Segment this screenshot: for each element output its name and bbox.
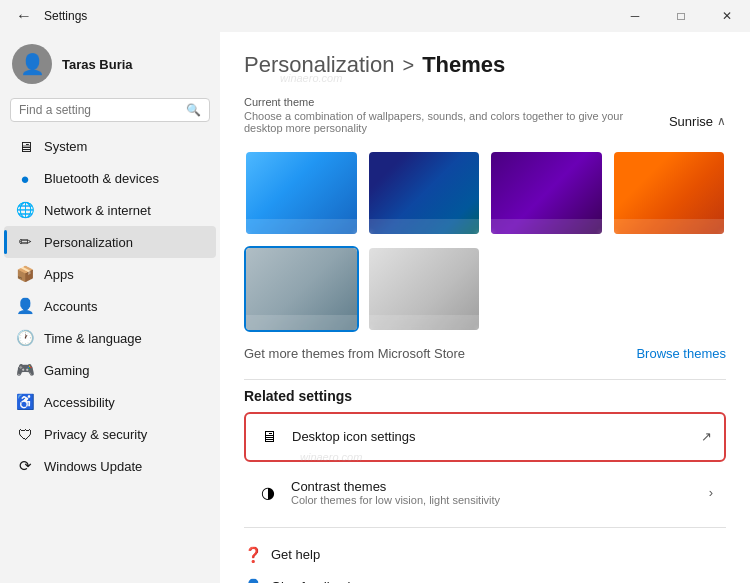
- chevron-right-icon: ›: [709, 485, 713, 500]
- theme-image-1: [246, 152, 357, 234]
- user-name: Taras Buria: [62, 57, 133, 72]
- taskbar-bar: [369, 315, 480, 330]
- feedback-icon: 👤: [244, 578, 263, 583]
- contrast-icon: ◑: [257, 481, 279, 503]
- taskbar-bar: [246, 315, 357, 330]
- sidebar-item-label: Gaming: [44, 363, 90, 378]
- themes-grid-row2: [244, 246, 726, 332]
- avatar: 👤: [12, 44, 52, 84]
- apps-icon: 📦: [16, 265, 34, 283]
- personalization-icon: ✏: [16, 233, 34, 251]
- divider-1: [244, 379, 726, 380]
- maximize-button[interactable]: □: [658, 0, 704, 32]
- chevron-up-icon: ∧: [717, 114, 726, 128]
- get-help-link[interactable]: ❓ Get help: [244, 542, 726, 568]
- theme-image-5: [246, 248, 357, 330]
- gaming-icon: 🎮: [16, 361, 34, 379]
- sidebar-item-label: Accounts: [44, 299, 97, 314]
- search-box[interactable]: 🔍: [10, 98, 210, 122]
- sidebar-item-label: Network & internet: [44, 203, 151, 218]
- privacy-icon: 🛡: [16, 425, 34, 443]
- sidebar-item-bluetooth[interactable]: ● Bluetooth & devices: [4, 162, 216, 194]
- sidebar-item-system[interactable]: 🖥 System: [4, 130, 216, 162]
- taskbar-bar: [614, 219, 725, 234]
- breadcrumb-parent[interactable]: Personalization: [244, 52, 394, 78]
- user-profile[interactable]: 👤 Taras Buria: [0, 32, 220, 94]
- titlebar: ← Settings ─ □ ✕: [0, 0, 750, 32]
- contrast-themes-item[interactable]: ◑ Contrast themes Color themes for low v…: [244, 466, 726, 519]
- contrast-text: Contrast themes Color themes for low vis…: [291, 479, 697, 506]
- more-themes-row: Get more themes from Microsoft Store Bro…: [244, 346, 726, 361]
- sidebar-item-label: Privacy & security: [44, 427, 147, 442]
- nav-list: 🖥 System ● Bluetooth & devices 🌐 Network…: [0, 130, 220, 482]
- sidebar: 👤 Taras Buria 🔍 🖥 System ● Bluetooth & d…: [0, 32, 220, 583]
- sidebar-item-update[interactable]: ⟳ Windows Update: [4, 450, 216, 482]
- sidebar-item-personalization[interactable]: ✏ Personalization: [4, 226, 216, 258]
- theme-thumbnail-4[interactable]: [612, 150, 727, 236]
- sidebar-item-accounts[interactable]: 👤 Accounts: [4, 290, 216, 322]
- bluetooth-icon: ●: [16, 169, 34, 187]
- window-body: 👤 Taras Buria 🔍 🖥 System ● Bluetooth & d…: [0, 32, 750, 583]
- related-settings-title: Related settings: [244, 388, 726, 404]
- taskbar-bar: [491, 219, 602, 234]
- sidebar-item-label: Apps: [44, 267, 74, 282]
- section-label: Current theme: [244, 96, 624, 108]
- theme-image-3: [491, 152, 602, 234]
- current-theme-name[interactable]: Sunrise ∧: [669, 114, 726, 129]
- network-icon: 🌐: [16, 201, 34, 219]
- give-feedback-text: Give feedback: [271, 579, 354, 583]
- titlebar-title: Settings: [44, 9, 87, 23]
- theme-thumbnail-3[interactable]: [489, 150, 604, 236]
- more-themes-text: Get more themes from Microsoft Store: [244, 346, 465, 361]
- theme-thumbnail-6[interactable]: [367, 246, 482, 332]
- accessibility-icon: ♿: [16, 393, 34, 411]
- theme-image-6: [369, 248, 480, 330]
- titlebar-left: ← Settings: [12, 5, 87, 27]
- browse-themes-link[interactable]: Browse themes: [636, 346, 726, 361]
- theme-image-4: [614, 152, 725, 234]
- theme-thumbnail-1[interactable]: [244, 150, 359, 236]
- theme-header: Current theme Choose a combination of wa…: [244, 96, 726, 146]
- theme-name-text: Sunrise: [669, 114, 713, 129]
- theme-thumbnail-5[interactable]: [244, 246, 359, 332]
- system-icon: 🖥: [16, 137, 34, 155]
- desktop-icon-text: Desktop icon settings: [292, 429, 689, 444]
- sidebar-item-accessibility[interactable]: ♿ Accessibility: [4, 386, 216, 418]
- sidebar-item-gaming[interactable]: 🎮 Gaming: [4, 354, 216, 386]
- time-icon: 🕐: [16, 329, 34, 347]
- external-link-icon: ↗: [701, 429, 712, 444]
- search-input[interactable]: [19, 103, 180, 117]
- close-button[interactable]: ✕: [704, 0, 750, 32]
- desktop-icon-label: Desktop icon settings: [292, 429, 689, 444]
- contrast-label: Contrast themes: [291, 479, 697, 494]
- sidebar-item-network[interactable]: 🌐 Network & internet: [4, 194, 216, 226]
- breadcrumb: Personalization > Themes: [244, 52, 726, 78]
- get-help-text: Get help: [271, 547, 320, 562]
- give-feedback-link[interactable]: 👤 Give feedback: [244, 574, 726, 583]
- update-icon: ⟳: [16, 457, 34, 475]
- divider-2: [244, 527, 726, 528]
- current-theme-section: Current theme Choose a combination of wa…: [244, 96, 624, 146]
- taskbar-bar: [246, 219, 357, 234]
- sidebar-item-privacy[interactable]: 🛡 Privacy & security: [4, 418, 216, 450]
- theme-thumbnail-2[interactable]: [367, 150, 482, 236]
- sidebar-item-label: Time & language: [44, 331, 142, 346]
- back-button[interactable]: ←: [12, 5, 36, 27]
- desktop-icon-settings-item[interactable]: 🖥 Desktop icon settings ↗: [244, 412, 726, 462]
- contrast-desc: Color themes for low vision, light sensi…: [291, 494, 697, 506]
- breadcrumb-sep: >: [402, 54, 414, 77]
- sidebar-item-label: Accessibility: [44, 395, 115, 410]
- sidebar-item-label: Personalization: [44, 235, 133, 250]
- desktop-icon: 🖥: [258, 426, 280, 448]
- footer-links: ❓ Get help 👤 Give feedback: [244, 536, 726, 583]
- search-icon: 🔍: [186, 103, 201, 117]
- help-icon: ❓: [244, 546, 263, 564]
- sidebar-item-label: System: [44, 139, 87, 154]
- sidebar-item-apps[interactable]: 📦 Apps: [4, 258, 216, 290]
- breadcrumb-current: Themes: [422, 52, 505, 78]
- taskbar-bar: [369, 219, 480, 234]
- minimize-button[interactable]: ─: [612, 0, 658, 32]
- sidebar-item-label: Windows Update: [44, 459, 142, 474]
- titlebar-controls: ─ □ ✕: [612, 0, 750, 32]
- sidebar-item-time[interactable]: 🕐 Time & language: [4, 322, 216, 354]
